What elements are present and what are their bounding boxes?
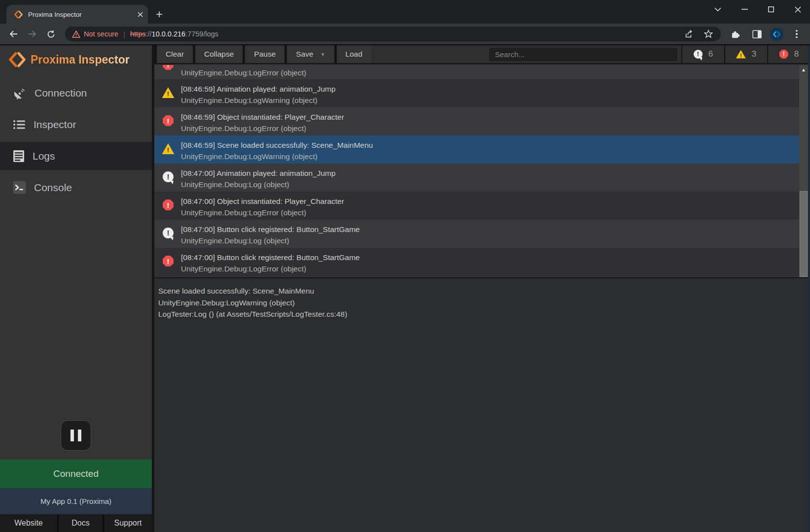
extensions-puzzle-icon[interactable] bbox=[727, 26, 743, 42]
maximize-button[interactable] bbox=[763, 1, 779, 18]
error-count-badge[interactable]: ! 8 bbox=[767, 45, 810, 63]
info-count-badge[interactable]: ! 6 bbox=[681, 45, 724, 63]
warning-count-badge[interactable]: ! 3 bbox=[724, 45, 767, 63]
connection-status-badge: Connected bbox=[0, 460, 152, 488]
footer-link-support[interactable]: Support bbox=[104, 514, 152, 532]
sidebar-footer: Website Docs Support bbox=[0, 514, 152, 532]
pause-icon bbox=[78, 430, 81, 441]
sidebar-item-logs[interactable]: Logs bbox=[0, 142, 152, 170]
save-button[interactable]: Save▼ bbox=[287, 45, 334, 63]
log-row-selected[interactable]: ! [08:46:59] Scene loaded successfully: … bbox=[154, 135, 810, 164]
chevron-down-icon[interactable]: ▼ bbox=[320, 52, 325, 57]
url-path: :7759/logs bbox=[185, 30, 218, 38]
toolbar-spacer bbox=[371, 45, 489, 63]
sidebar: Proxima Inspector Connection Inspector L… bbox=[0, 45, 152, 532]
log-row[interactable]: ! [08:47:00] Object instantiated: Player… bbox=[154, 192, 810, 220]
detail-stack-line: LogTester:Log () (at Assets/TestScripts/… bbox=[158, 308, 810, 320]
terminal-icon bbox=[13, 181, 26, 194]
satellite-dish-icon bbox=[13, 86, 27, 100]
sidebar-item-label: Logs bbox=[33, 150, 55, 162]
detail-message: Scene loaded successfully: Scene_MainMen… bbox=[158, 285, 810, 297]
app-info-bar: My App 0.1 (Proxima) bbox=[0, 488, 152, 514]
app-logo: Proxima Inspector bbox=[9, 51, 130, 68]
detail-stack-line: UnityEngine.Debug:LogWarning (object) bbox=[158, 297, 810, 309]
scrollbar-thumb[interactable] bbox=[800, 191, 808, 277]
document-lines-icon bbox=[13, 150, 25, 163]
footer-link-website[interactable]: Website bbox=[0, 514, 57, 532]
scroll-down-arrow-icon[interactable]: ▼ bbox=[799, 271, 808, 276]
error-icon: ! bbox=[163, 115, 174, 126]
sidebar-item-inspector[interactable]: Inspector bbox=[0, 110, 152, 138]
scroll-up-arrow-icon[interactable]: ▲ bbox=[799, 67, 808, 72]
info-icon: ! bbox=[694, 50, 703, 59]
search-input[interactable] bbox=[489, 48, 677, 61]
log-count-badges: ! 6 ! 3 ! 8 bbox=[681, 45, 810, 63]
warning-icon: ! bbox=[162, 143, 175, 154]
minimize-button[interactable] bbox=[736, 1, 753, 18]
tab-close-icon[interactable] bbox=[138, 12, 143, 17]
url-host: 10.0.0.216 bbox=[152, 30, 186, 38]
error-icon: ! bbox=[163, 200, 174, 210]
error-count: 8 bbox=[794, 49, 799, 59]
warning-icon: ! bbox=[736, 50, 746, 59]
log-row[interactable]: ! [08:47:00] Button click registered: Bu… bbox=[154, 220, 810, 248]
pause-icon bbox=[70, 430, 74, 441]
log-row[interactable]: ! [08:47:00] Button click registered: Bu… bbox=[154, 248, 810, 276]
url-field[interactable]: Not secure | https://10.0.0.216:7759/log… bbox=[65, 27, 721, 41]
error-icon: ! bbox=[163, 256, 174, 266]
log-row[interactable]: ! UnityEngine.Debug:LogError (object) bbox=[154, 65, 810, 79]
share-icon[interactable] bbox=[680, 26, 697, 42]
url-text: https://10.0.0.216:7759/logs bbox=[130, 30, 680, 38]
log-row[interactable]: ! [08:46:59] Object instantiated: Player… bbox=[154, 107, 810, 135]
browser-menu-icon[interactable] bbox=[788, 26, 805, 42]
tab-search-chevron-icon[interactable] bbox=[709, 1, 726, 18]
side-panel-icon[interactable] bbox=[748, 26, 765, 42]
sidebar-item-label: Inspector bbox=[34, 119, 76, 131]
not-secure-warning-icon bbox=[72, 31, 80, 38]
list-icon bbox=[13, 119, 26, 130]
clear-button[interactable]: Clear bbox=[157, 45, 193, 63]
app-title: Proxima Inspector bbox=[31, 53, 130, 66]
tab-title: Proxima Inspector bbox=[28, 11, 138, 18]
profile-avatar[interactable] bbox=[770, 28, 783, 41]
reload-button[interactable] bbox=[42, 26, 59, 42]
url-divider: | bbox=[123, 30, 125, 38]
close-window-button[interactable] bbox=[789, 1, 806, 18]
toolbar-button-group: Clear Collapse Pause Save▼ Load bbox=[154, 45, 371, 63]
log-row[interactable]: ! [08:46:59] Animation played: animation… bbox=[154, 79, 810, 107]
sidebar-item-connection[interactable]: Connection bbox=[0, 79, 152, 107]
warning-icon: ! bbox=[162, 87, 175, 98]
load-button[interactable]: Load bbox=[337, 45, 371, 63]
log-scrollbar[interactable]: ▲ ▼ bbox=[799, 65, 808, 277]
sidebar-item-console[interactable]: Console bbox=[0, 173, 152, 201]
log-row[interactable]: ! [08:47:00] Animation played: animation… bbox=[154, 164, 810, 192]
info-count: 6 bbox=[708, 49, 713, 59]
collapse-button[interactable]: Collapse bbox=[195, 45, 243, 63]
browser-chrome: Proxima Inspector + bbox=[0, 0, 810, 45]
footer-link-docs[interactable]: Docs bbox=[59, 514, 103, 532]
logs-toolbar: Clear Collapse Pause Save▼ Load ! 6 ! 3 … bbox=[154, 45, 810, 64]
warning-count: 3 bbox=[752, 49, 756, 59]
back-button[interactable] bbox=[5, 26, 22, 42]
pause-button[interactable]: Pause bbox=[245, 45, 284, 63]
error-icon: ! bbox=[163, 65, 174, 70]
error-icon: ! bbox=[779, 50, 788, 59]
not-secure-label: Not secure bbox=[84, 30, 118, 38]
tab-strip: Proxima Inspector + bbox=[0, 0, 810, 24]
proxima-favicon-icon bbox=[14, 10, 23, 19]
url-separator: :// bbox=[145, 30, 151, 38]
new-tab-button[interactable]: + bbox=[152, 7, 167, 22]
info-icon: ! bbox=[163, 228, 174, 238]
info-icon: ! bbox=[163, 171, 174, 182]
log-detail-panel: Scene loaded successfully: Scene_MainMen… bbox=[154, 279, 810, 532]
proxima-logo-icon bbox=[9, 51, 26, 68]
browser-tab[interactable]: Proxima Inspector bbox=[6, 5, 148, 24]
forward-button[interactable] bbox=[24, 26, 40, 42]
bookmark-star-icon[interactable] bbox=[700, 26, 717, 42]
log-list: ! UnityEngine.Debug:LogError (object) ! … bbox=[154, 65, 810, 278]
page-right-edge bbox=[808, 45, 810, 532]
url-scheme: https bbox=[130, 30, 145, 38]
pause-stream-button[interactable] bbox=[61, 420, 91, 451]
main-content: Clear Collapse Pause Save▼ Load ! 6 ! 3 … bbox=[152, 45, 810, 532]
sidebar-item-label: Connection bbox=[35, 87, 87, 99]
